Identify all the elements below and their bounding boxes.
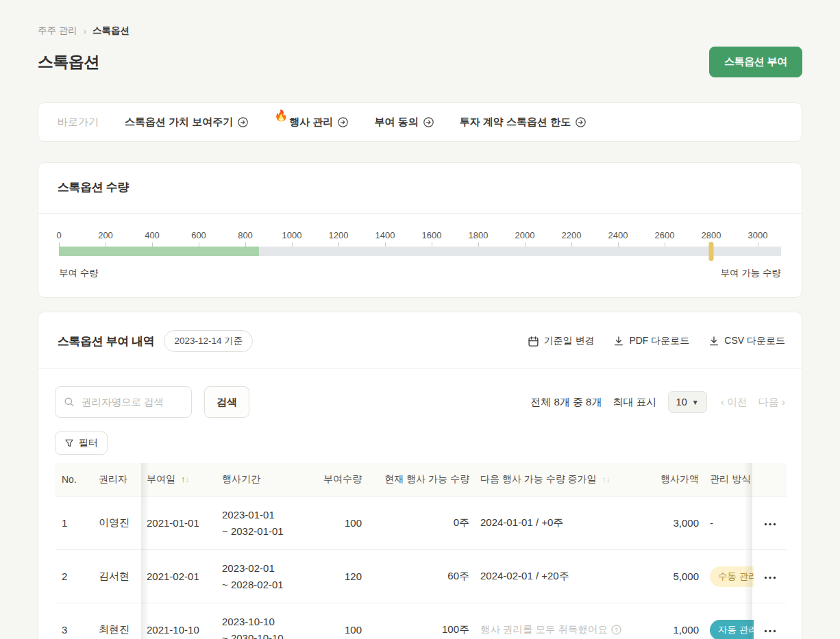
granted-quantity-label: 부여 수량	[59, 267, 99, 279]
auto-management-badge: 자동 관리	[710, 620, 754, 639]
axis-tick-label: 2600	[655, 230, 675, 240]
chevron-right-icon: ›	[84, 26, 86, 36]
change-reference-date-label: 기준일 변경	[544, 335, 595, 347]
sort-desc-icon[interactable]: ↓	[185, 474, 188, 484]
cell-next-increase: 2024-01-01 / +0주	[475, 497, 646, 550]
breadcrumb: 주주 관리 › 스톡옵션	[38, 0, 802, 37]
table-row: 3 최현진 2021-10-10 2023-10-10 ~ 2030-10-10…	[55, 603, 787, 639]
cell-exercisable-qty: 60주	[367, 550, 475, 603]
shortcut-exercise-management[interactable]: 🔥 행사 관리	[274, 116, 348, 129]
cell-exercise-price: 3,000	[646, 497, 704, 550]
axis-tick-label: 400	[145, 230, 160, 240]
bar-legend: 부여 수량 부여 가능 수량	[59, 267, 781, 279]
cell-exercise-price: 1,000	[646, 603, 704, 639]
grant-card-title: 스톡옵션 부여 내역	[58, 334, 154, 349]
shortcut-grant-consent[interactable]: 부여 동의	[374, 116, 433, 129]
available-marker	[709, 242, 714, 261]
page-size-select[interactable]: 10 ▼	[668, 391, 707, 413]
arrow-right-circle-icon	[338, 117, 348, 127]
csv-download-label: CSV 다운로드	[724, 335, 785, 347]
axis-tick-label: 1400	[375, 230, 395, 240]
axis-tick-label: 1800	[469, 230, 489, 240]
col-header-management: 관리 방식	[704, 463, 754, 497]
funnel-icon	[64, 438, 74, 448]
cell-granted-qty: 100	[316, 603, 367, 639]
shortcuts-label: 바로가기	[58, 116, 99, 129]
pdf-download-label: PDF 다운로드	[629, 335, 689, 347]
manual-management-badge: 수동 관리	[710, 566, 754, 587]
total-count-text: 전체 8개 중 8개	[530, 396, 602, 409]
axis-tick-label: 2400	[608, 230, 628, 240]
search-icon	[64, 397, 75, 408]
row-more-button[interactable]	[760, 518, 780, 530]
question-circle-icon[interactable]: ?	[611, 625, 621, 635]
caret-down-icon: ▼	[692, 399, 699, 406]
cell-granted-qty: 100	[316, 497, 367, 550]
period-start: 2023-01-01	[222, 509, 275, 521]
holder-search-input[interactable]	[55, 386, 192, 418]
row-more-button[interactable]	[760, 572, 780, 584]
search-button[interactable]: 검색	[204, 386, 249, 418]
axis-tick-label: 2200	[562, 230, 582, 240]
col-header-grant-date[interactable]: 부여일 ↑ ↓	[141, 463, 217, 497]
quantity-card-title: 스톡옵션 수량	[58, 181, 129, 194]
col-header-exercise-period: 행사기간	[217, 463, 316, 497]
shortcut-label: 투자 계약 스톡옵션 한도	[460, 116, 571, 129]
granted-bar	[59, 247, 259, 256]
page-size-value: 10	[676, 397, 687, 408]
quantity-card-header: 스톡옵션 수량	[38, 163, 802, 214]
shortcuts-bar: 바로가기 스톡옵션 가치 보여주기 🔥 행사 관리 부여 동의 투자 계약 스톡…	[38, 102, 802, 142]
prev-page-button[interactable]: ‹ 이전	[721, 396, 748, 409]
cell-exercisable-qty: 100주	[367, 603, 475, 639]
page-header: 스톡옵션 스톡옵션 부여	[38, 47, 802, 77]
download-icon	[708, 336, 719, 347]
grant-table-wrap: No. 권리자 부여일 ↑ ↓ 행사기간 부여수량 현재 행사 가능 수량 다음…	[55, 463, 785, 639]
pagination: ‹ 이전 다음 ›	[721, 396, 785, 409]
cell-grant-date: 2021-02-01	[141, 550, 217, 603]
filter-button[interactable]: 필터	[55, 431, 108, 455]
shortcut-label: 부여 동의	[374, 116, 418, 129]
cell-exercise-period: 2023-02-01 ~ 2028-02-01	[217, 550, 316, 603]
shortcut-investment-option-limit[interactable]: 투자 계약 스톡옵션 한도	[460, 116, 586, 129]
sort-icons[interactable]: ↑ ↓	[181, 474, 188, 484]
shortcut-show-option-value[interactable]: 스톡옵션 가치 보여주기	[125, 116, 248, 129]
cell-next-increase: 2024-02-01 / +20주	[475, 550, 646, 603]
period-end: ~ 2028-02-01	[222, 579, 284, 590]
axis-tick-label: 2800	[702, 230, 721, 240]
download-icon	[613, 336, 624, 347]
sort-icons[interactable]: ↑ ↓	[602, 474, 609, 484]
axis-tick-label: 1600	[422, 230, 442, 240]
svg-text:?: ?	[615, 627, 618, 634]
next-page-button[interactable]: 다음 ›	[758, 396, 785, 409]
row-more-button[interactable]	[760, 625, 780, 637]
col-header-actions	[754, 463, 787, 497]
grant-card-body: 검색 전체 8개 중 8개 최대 표시 10 ▼ ‹ 이전 다음 ›	[38, 369, 802, 639]
grant-stock-option-button[interactable]: 스톡옵션 부여	[709, 47, 802, 77]
grant-card-header: 스톡옵션 부여 내역 2023-12-14 기준 기준일 변경 PDF 다운로드	[38, 312, 802, 369]
sort-asc-icon[interactable]: ↑	[602, 474, 605, 484]
cell-holder: 김서현	[93, 550, 141, 603]
pdf-download-button[interactable]: PDF 다운로드	[613, 335, 689, 347]
grant-table: No. 권리자 부여일 ↑ ↓ 행사기간 부여수량 현재 행사 가능 수량 다음…	[55, 463, 787, 639]
cell-exercise-period: 2023-01-01 ~ 2032-01-01	[217, 497, 316, 550]
arrow-right-circle-icon	[238, 117, 248, 127]
shortcut-label: 행사 관리	[289, 116, 333, 129]
period-start: 2023-02-01	[222, 562, 275, 574]
col-header-next-increase[interactable]: 다음 행사 가능 수량 증가일 ↑ ↓	[475, 463, 646, 497]
breadcrumb-parent[interactable]: 주주 관리	[38, 25, 77, 37]
filter-row: 필터	[55, 431, 785, 455]
axis-tick-label: 2000	[515, 230, 535, 240]
csv-download-button[interactable]: CSV 다운로드	[708, 335, 785, 347]
max-display-label: 최대 표시	[613, 396, 656, 409]
change-reference-date-button[interactable]: 기준일 변경	[528, 335, 595, 347]
reference-date-chip[interactable]: 2023-12-14 기준	[164, 330, 253, 352]
table-row: 2 김서현 2021-02-01 2023-02-01 ~ 2028-02-01…	[55, 550, 787, 603]
cell-management: -	[704, 497, 754, 550]
cell-granted-qty: 120	[316, 550, 367, 603]
breadcrumb-current: 스톡옵션	[92, 25, 129, 37]
cell-no: 2	[55, 550, 93, 603]
sort-asc-icon[interactable]: ↑	[181, 474, 184, 484]
arrow-right-circle-icon	[576, 117, 586, 127]
axis-tick-label: 3000	[748, 230, 768, 240]
sort-desc-icon[interactable]: ↓	[606, 474, 610, 484]
